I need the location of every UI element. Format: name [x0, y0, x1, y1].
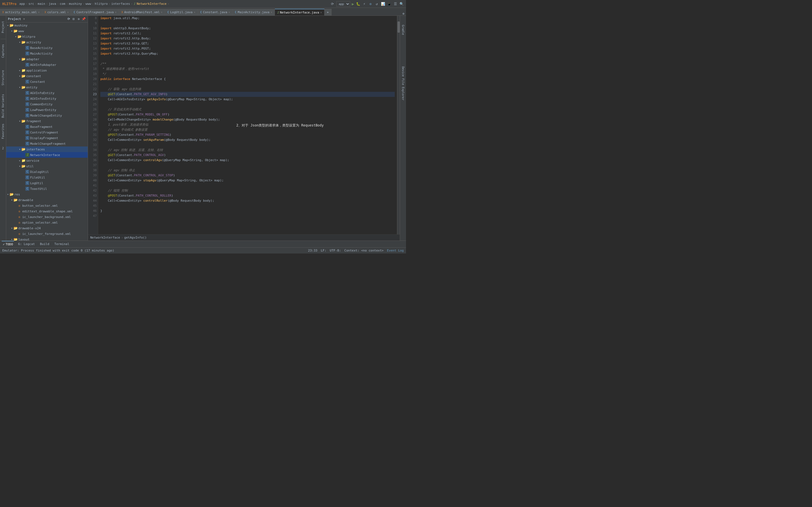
tree-item-agvinfosentity[interactable]: CAGVInfosEntity: [6, 96, 88, 101]
tree-arrow[interactable]: ▾: [18, 86, 21, 89]
tree-item-commonentity[interactable]: CCommonEntity: [6, 101, 88, 107]
tree-arrow[interactable]: ▾: [18, 148, 21, 151]
tab-logutil[interactable]: C LogUtil.java ×: [165, 9, 198, 15]
tree-item-displayfragment[interactable]: CDisplayFragment: [6, 135, 88, 141]
gradle-tab[interactable]: Gradle: [402, 25, 405, 35]
tree-item-util[interactable]: ▾📂util: [6, 163, 88, 169]
tab-close[interactable]: ×: [271, 11, 272, 14]
sync-icon[interactable]: ⟳: [330, 2, 335, 6]
panel-dropdown[interactable]: ▼: [23, 17, 25, 20]
avd-icon[interactable]: 📱: [387, 2, 391, 6]
tree-item-layout[interactable]: ▾📂layout: [6, 237, 88, 240]
sdk-icon[interactable]: ☰: [393, 2, 398, 6]
tab-activity-main-xml[interactable]: X activity_main.xml ×: [0, 9, 42, 15]
tree-item-fileutil[interactable]: CFileUtil: [6, 175, 88, 180]
tab-more[interactable]: »: [324, 9, 332, 15]
tab-close[interactable]: ×: [320, 11, 322, 14]
structure-tab[interactable]: Structure: [1, 70, 4, 86]
tree-arrow[interactable]: ▾: [6, 193, 10, 196]
tree-arrow[interactable]: ▾: [10, 30, 13, 33]
tab-close[interactable]: ×: [229, 11, 230, 14]
tree-item-baseactivity[interactable]: CBaseActivity: [6, 45, 88, 51]
tab-android-manifest[interactable]: X AndroidManifest.xml ×: [119, 9, 165, 15]
favorites-tab[interactable]: Favorites: [1, 124, 4, 139]
cursor-position[interactable]: 23:33: [308, 249, 317, 252]
run-button[interactable]: ▶: [352, 2, 354, 6]
logcat-tab[interactable]: 6: Logcat: [17, 241, 36, 247]
tree-arrow[interactable]: ▾: [18, 120, 21, 122]
tree-item-lowpowerentity[interactable]: CLowPowerEntity: [6, 107, 88, 113]
tree-arrow[interactable]: ▾: [6, 24, 10, 27]
tree-item-ic-launcher-foreground-xml[interactable]: ⚙ic_launcher_foreground.xml: [6, 231, 88, 237]
scrollbar-thumb[interactable]: [398, 21, 400, 33]
tree-item-res[interactable]: ▾📂res: [6, 191, 88, 197]
tree-item-adapter[interactable]: ▾📂adapter: [6, 56, 88, 62]
build-tab[interactable]: Build: [39, 241, 50, 247]
tree-item-toastutil[interactable]: CToastUtil: [6, 186, 88, 191]
event-log[interactable]: Event Log: [387, 249, 404, 252]
tree-item-edittext-drawable-shape-xml[interactable]: ⚙edittext_drawable_shape.xml: [6, 209, 88, 214]
tree-item-controlfragment[interactable]: CControlFragment: [6, 129, 88, 135]
gradle-sync-icon[interactable]: ⚡: [362, 2, 366, 6]
tab-mainactivity[interactable]: C MainActivity.java ×: [233, 9, 275, 15]
build-icon[interactable]: ⚙: [368, 2, 373, 6]
tree-item-drawable[interactable]: ▾📂drawable: [6, 197, 88, 203]
tree-item-modelchangefragment[interactable]: CModelChangeFragment: [6, 141, 88, 147]
search-icon[interactable]: 🔍: [399, 2, 404, 6]
tree-item-entity[interactable]: ▾📂entity: [6, 84, 88, 90]
tab-close[interactable]: ×: [38, 11, 40, 14]
tree-item-fragment[interactable]: ▾📂fragment: [6, 118, 88, 124]
editor-settings-icon[interactable]: ⚙: [402, 12, 404, 15]
tab-close[interactable]: ×: [194, 11, 195, 14]
tree-item-networkinterface[interactable]: INetworkInterface: [6, 152, 88, 158]
tree-arrow[interactable]: ▸: [18, 69, 21, 72]
tree-item-ic-launcher-background-xml[interactable]: ⚙ic_launcher_background.xml: [6, 214, 88, 220]
code-content[interactable]: import java.util.Map;import okhttp3.Requ…: [98, 16, 397, 234]
profile-icon[interactable]: 📊: [380, 2, 385, 6]
tree-item-interfaces[interactable]: ▾📂interfaces: [6, 147, 88, 152]
tree-arrow[interactable]: ▾: [18, 75, 21, 77]
line-ending[interactable]: LF:: [321, 249, 326, 252]
tree-item-dialogutil[interactable]: CDialogUtil: [6, 169, 88, 175]
tab-control-fragment[interactable]: C ControlFragment.java ×: [71, 9, 119, 15]
tab-network-interface[interactable]: I NetworkInterface.java ×: [275, 9, 324, 15]
device-explorer-tab[interactable]: Device File Explorer: [402, 66, 405, 100]
tree-item-option-selector-xml[interactable]: ⚙option_selector.xml: [6, 220, 88, 225]
sync-files-icon[interactable]: ⟳: [66, 17, 71, 21]
terminal-tab[interactable]: Terminal: [53, 241, 70, 247]
tree-item-hlitpro[interactable]: ▾📂hlitpro: [6, 34, 88, 40]
tab-close[interactable]: ×: [161, 11, 162, 14]
tree-item-agvinfoentity[interactable]: CAGVInfoEntity: [6, 90, 88, 96]
tree-item-drawable-v24[interactable]: ▾📂drawable-v24: [6, 225, 88, 231]
tree-item-agvinfoadapter[interactable]: CAGVInfoAdapter: [6, 62, 88, 68]
tree-arrow[interactable]: ▾: [18, 41, 21, 44]
tree-item-application[interactable]: ▸📁application: [6, 68, 88, 73]
tab-colors-xml[interactable]: X colors.xml ×: [42, 9, 71, 15]
tree-item-basefragment[interactable]: CBaseFragment: [6, 124, 88, 129]
encoding[interactable]: UTF-8:: [330, 249, 341, 252]
tree-item-www[interactable]: ▾📂www: [6, 28, 88, 34]
tab-constant[interactable]: C Constant.java ×: [198, 9, 233, 15]
analyze-icon[interactable]: ↺: [374, 2, 379, 6]
tree-item-constant[interactable]: CConstant: [6, 79, 88, 84]
collapse-icon[interactable]: ⊟: [71, 17, 76, 21]
tree-arrow[interactable]: ▾: [10, 227, 13, 230]
side-panel-2[interactable]: 2: [2, 147, 4, 150]
tree-item-logutil[interactable]: CLogUtil: [6, 180, 88, 186]
project-tab[interactable]: Project: [1, 21, 4, 33]
tree-arrow[interactable]: ▸: [18, 159, 21, 162]
tree-arrow[interactable]: ▾: [10, 238, 13, 240]
tree-arrow[interactable]: ▾: [14, 35, 17, 38]
tree-arrow[interactable]: ▾: [18, 58, 21, 61]
debug-icon[interactable]: 🐛: [356, 2, 360, 6]
app-selector[interactable]: app: [336, 1, 350, 7]
todo-tab[interactable]: ✓ TODO: [2, 241, 14, 247]
tree-item-mainactivity[interactable]: CMainActivity: [6, 51, 88, 56]
captures-tab[interactable]: Captures: [1, 44, 4, 58]
tree-item-activity[interactable]: ▾📂activity: [6, 40, 88, 45]
tree-arrow[interactable]: ▾: [18, 165, 21, 168]
tab-close[interactable]: ×: [67, 11, 69, 14]
pin-icon[interactable]: 📌: [82, 17, 86, 21]
breadcrumb-method[interactable]: getAgvInfo(): [124, 236, 147, 239]
tree-arrow[interactable]: ▾: [10, 199, 13, 202]
